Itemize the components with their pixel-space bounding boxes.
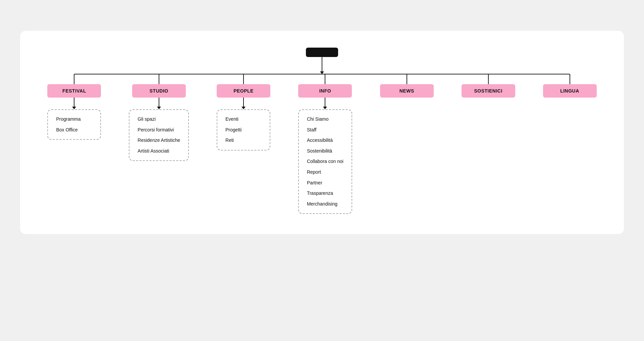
dropdown-item-studio[interactable]: Artisti Associati bbox=[138, 148, 180, 155]
dropdown-item-studio[interactable]: Gli spazi bbox=[138, 116, 180, 123]
dropdown-item-people[interactable]: Eventi bbox=[225, 116, 262, 123]
dropdown-item-info[interactable]: Staff bbox=[307, 127, 343, 133]
nav-col-info-vert-up bbox=[325, 74, 325, 84]
nav-col-studio-arrow bbox=[157, 107, 161, 109]
dropdown-item-studio[interactable]: Percorsi formativi bbox=[138, 127, 180, 133]
homepage-arrow-down bbox=[320, 71, 324, 74]
nav-col-people-arrow bbox=[241, 107, 246, 109]
dropdown-item-info[interactable]: Sostenibilità bbox=[307, 148, 343, 155]
nav-btn-sostienici[interactable]: SOSTIENICI bbox=[462, 84, 515, 98]
dropdown-item-studio[interactable]: Residenze Artistiche bbox=[138, 137, 180, 144]
nav-col-festival-conn-down bbox=[74, 98, 74, 107]
nav-col-studio-vert-up bbox=[159, 74, 159, 84]
dropdown-people: EventiProgettiReti bbox=[217, 109, 270, 151]
dropdown-item-info[interactable]: Accessibilità bbox=[307, 137, 343, 144]
dropdown-item-info[interactable]: Collabora con noi bbox=[307, 158, 343, 165]
dropdown-item-people[interactable]: Reti bbox=[225, 137, 262, 144]
dropdown-festival: ProgrammaBox Office bbox=[47, 109, 101, 140]
dropdown-item-info[interactable]: Partner bbox=[307, 180, 343, 186]
dropdown-item-info[interactable]: Trasparenza bbox=[307, 190, 343, 197]
nav-col-news: NEWS bbox=[380, 74, 434, 98]
nav-level-1: FESTIVALProgrammaBox OfficeSTUDIOGli spa… bbox=[34, 74, 610, 214]
nav-col-info-arrow bbox=[323, 107, 327, 109]
diagram-container: FESTIVALProgrammaBox OfficeSTUDIOGli spa… bbox=[20, 31, 624, 234]
nav-row-container: FESTIVALProgrammaBox OfficeSTUDIOGli spa… bbox=[34, 74, 610, 214]
dropdown-item-info[interactable]: Report bbox=[307, 169, 343, 176]
dropdown-item-people[interactable]: Progetti bbox=[225, 127, 262, 133]
nav-col-festival-arrow bbox=[72, 107, 76, 109]
nav-col-lingua-vert-up bbox=[570, 74, 570, 84]
nav-btn-studio[interactable]: STUDIO bbox=[132, 84, 186, 98]
homepage-connector-v bbox=[322, 57, 322, 72]
nav-btn-people[interactable]: PEOPLE bbox=[217, 84, 270, 98]
homepage-wrapper bbox=[306, 48, 338, 74]
nav-col-festival: FESTIVALProgrammaBox Office bbox=[47, 74, 101, 140]
nav-col-lingua: LINGUA bbox=[543, 74, 597, 98]
nav-btn-lingua[interactable]: LINGUA bbox=[543, 84, 597, 98]
dropdown-item-festival[interactable]: Programma bbox=[56, 116, 92, 123]
nav-col-sostienici: SOSTIENICI bbox=[462, 74, 515, 98]
nav-col-sostienici-vert-up bbox=[488, 74, 489, 84]
nav-col-festival-vert-up bbox=[74, 74, 74, 84]
nav-btn-info[interactable]: INFO bbox=[298, 84, 352, 98]
dropdown-item-festival[interactable]: Box Office bbox=[56, 127, 92, 133]
dropdown-info: Chi SiamoStaffAccessibilitàSostenibilità… bbox=[298, 109, 352, 214]
main-diagram: FESTIVALProgrammaBox OfficeSTUDIOGli spa… bbox=[34, 48, 610, 214]
nav-btn-festival[interactable]: FESTIVAL bbox=[47, 84, 101, 98]
dropdown-item-info[interactable]: Merchandising bbox=[307, 201, 343, 208]
nav-col-studio: STUDIOGli spaziPercorsi formativiResiden… bbox=[129, 74, 189, 161]
nav-col-people-conn-down bbox=[243, 98, 244, 107]
homepage-node[interactable] bbox=[306, 48, 338, 57]
nav-col-info: INFOChi SiamoStaffAccessibilitàSostenibi… bbox=[298, 74, 352, 214]
nav-col-people-vert-up bbox=[243, 74, 244, 84]
nav-col-news-vert-up bbox=[407, 74, 407, 84]
nav-col-studio-conn-down bbox=[159, 98, 159, 107]
nav-col-info-conn-down bbox=[325, 98, 325, 107]
dropdown-studio: Gli spaziPercorsi formativiResidenze Art… bbox=[129, 109, 189, 161]
dropdown-item-info[interactable]: Chi Siamo bbox=[307, 116, 343, 123]
nav-btn-news[interactable]: NEWS bbox=[380, 84, 434, 98]
nav-col-people: PEOPLEEventiProgettiReti bbox=[217, 74, 270, 151]
